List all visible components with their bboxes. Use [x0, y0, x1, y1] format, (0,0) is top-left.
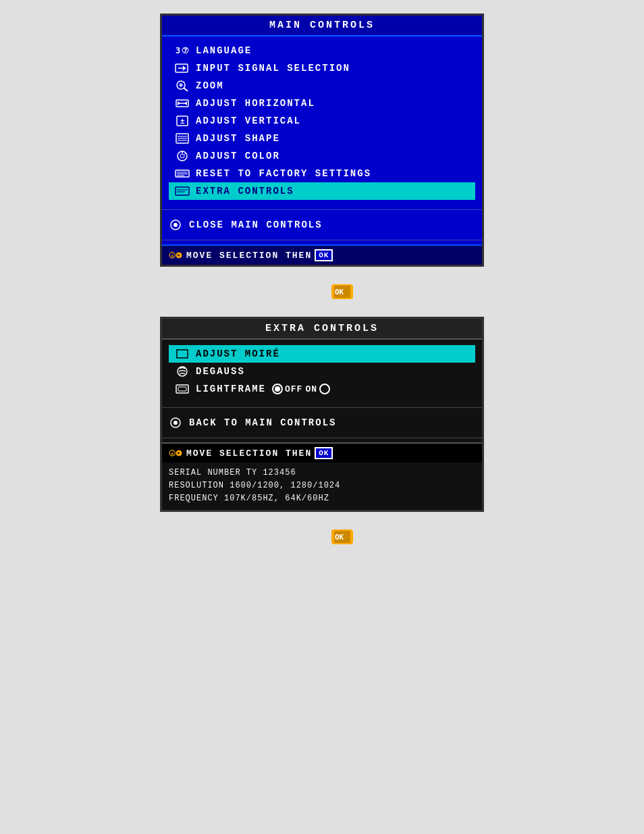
close-main-controls[interactable]: CLOSE MAIN CONTROLS [162, 214, 482, 236]
svg-marker-10 [178, 101, 180, 105]
footer-nav-icon: ▲ ▼ [169, 249, 184, 261]
ok-button-extra[interactable]: OK [160, 523, 484, 551]
svg-text:▲: ▲ [171, 253, 174, 257]
lightframe-icon [173, 382, 192, 396]
menu-item-moire[interactable]: ADJUST MOIRÉ [169, 345, 475, 363]
adjust-vert-label: ADJUST VERTICAL [196, 115, 301, 126]
svg-rect-41 [178, 387, 186, 391]
adjust-vert-icon: ± [173, 114, 192, 128]
svg-text:3⑦: 3⑦ [176, 46, 190, 55]
extra-controls-title: EXTRA CONTROLS [162, 319, 482, 340]
close-main-label: CLOSE MAIN CONTROLS [189, 219, 323, 230]
menu-item-input-signal[interactable]: INPUT SIGNAL SELECTION [169, 59, 475, 77]
svg-text:▼: ▼ [178, 451, 181, 455]
main-divider-1 [162, 209, 482, 210]
moire-label: ADJUST MOIRÉ [196, 348, 280, 359]
back-icon [166, 416, 185, 429]
reset-label: RESET TO FACTORY SETTINGS [196, 168, 371, 179]
svg-line-5 [184, 88, 188, 91]
extra-footer-bar: ▲ ▼ MOVE SELECTION THEN OK [162, 442, 482, 463]
svg-text:▼: ▼ [178, 253, 181, 257]
lightframe-on-btn[interactable]: ON [305, 383, 331, 395]
ok-button-main[interactable]: OK [160, 278, 484, 306]
main-ok-badge: OK [315, 249, 333, 261]
language-icon: 3⑦ [173, 44, 192, 57]
extra-divider-1 [162, 407, 482, 408]
menu-item-reset[interactable]: RESET TO FACTORY SETTINGS [169, 165, 475, 182]
extra-footer-nav-icon: ▲ ▼ [169, 447, 184, 459]
menu-item-language[interactable]: 3⑦ LANGUAGE [169, 42, 475, 59]
svg-marker-3 [183, 66, 186, 71]
svg-text:▲: ▲ [171, 451, 174, 455]
svg-point-44 [320, 384, 329, 394]
extra-controls-icon [173, 184, 192, 198]
main-footer-label: MOVE SELECTION THEN [186, 251, 312, 261]
lightframe-label: LIGHTFRAME [196, 384, 266, 394]
zoom-icon [173, 79, 192, 93]
frequency-info: FREQUENCY 107K/85HZ, 64K/60HZ [169, 492, 475, 505]
input-signal-icon [173, 61, 192, 75]
lightframe-off-btn[interactable]: OFF [271, 383, 302, 395]
svg-text:±: ± [180, 117, 186, 126]
main-controls-panel: MAIN CONTROLS 3⑦ LANGUAGE INPUT SIGNAL S… [160, 14, 484, 267]
main-controls-title: MAIN CONTROLS [162, 16, 482, 36]
menu-item-adjust-horiz[interactable]: ADJUST HORIZONTAL [169, 95, 475, 112]
main-controls-body: 3⑦ LANGUAGE INPUT SIGNAL SELECTION [162, 36, 482, 205]
resolution-info: RESOLUTION 1600/1200, 1280/1024 [169, 479, 475, 492]
extra-controls-panel: EXTRA CONTROLS ADJUST MOIRÉ [160, 317, 484, 512]
menu-item-degauss[interactable]: DEGAUSS [169, 363, 475, 380]
menu-item-adjust-vert[interactable]: ± ADJUST VERTICAL [169, 112, 475, 130]
adjust-color-label: ADJUST COLOR [196, 151, 280, 161]
back-label: BACK TO MAIN CONTROLS [189, 417, 336, 428]
on-label: ON [305, 384, 317, 394]
svg-point-19 [180, 154, 184, 158]
zoom-label: ZOOM [196, 80, 224, 91]
device-info-section: SERIAL NUMBER TY 123456 RESOLUTION 1600/… [162, 463, 482, 510]
close-main-icon [166, 218, 185, 232]
input-signal-label: INPUT SIGNAL SELECTION [196, 63, 350, 74]
moire-icon [173, 347, 192, 361]
svg-point-43 [275, 386, 280, 392]
extra-ok-badge: OK [315, 447, 333, 459]
degauss-icon [173, 365, 192, 378]
extra-footer-label: MOVE SELECTION THEN [186, 448, 312, 459]
main-footer-bar: ▲ ▼ MOVE SELECTION THEN OK [162, 244, 482, 265]
serial-number: SERIAL NUMBER TY 123456 [169, 467, 475, 479]
svg-marker-11 [184, 101, 187, 105]
adjust-color-icon [173, 149, 192, 163]
adjust-horiz-label: ADJUST HORIZONTAL [196, 98, 315, 109]
extra-controls-label: EXTRA CONTROLS [196, 186, 294, 197]
ok-circle-main[interactable]: OK [331, 284, 353, 299]
svg-point-46 [173, 421, 178, 425]
extra-divider-2 [162, 438, 482, 438]
svg-rect-37 [177, 350, 188, 358]
svg-rect-26 [176, 187, 189, 195]
lightframe-row: LIGHTFRAME OFF ON [169, 380, 475, 398]
extra-controls-body: ADJUST MOIRÉ DEGAUSS LIGHT [162, 340, 482, 403]
ok-circle-extra[interactable]: OK [331, 529, 353, 544]
menu-item-extra-controls[interactable]: EXTRA CONTROLS [169, 182, 475, 200]
svg-text:OK: OK [335, 533, 344, 542]
menu-item-adjust-color[interactable]: ADJUST COLOR [169, 147, 475, 165]
degauss-label: DEGAUSS [196, 366, 245, 377]
adjust-shape-icon [173, 132, 192, 145]
reset-icon [173, 167, 192, 180]
menu-item-adjust-shape[interactable]: ADJUST SHAPE [169, 130, 475, 147]
svg-text:OK: OK [335, 288, 344, 296]
svg-line-21 [184, 153, 186, 155]
main-divider-2 [162, 240, 482, 240]
menu-item-zoom[interactable]: ZOOM [169, 77, 475, 95]
language-label: LANGUAGE [196, 45, 252, 56]
back-to-main[interactable]: BACK TO MAIN CONTROLS [162, 412, 482, 434]
adjust-shape-label: ADJUST SHAPE [196, 133, 280, 144]
off-label: OFF [285, 384, 302, 394]
svg-point-30 [173, 223, 178, 227]
adjust-horiz-icon [173, 97, 192, 110]
